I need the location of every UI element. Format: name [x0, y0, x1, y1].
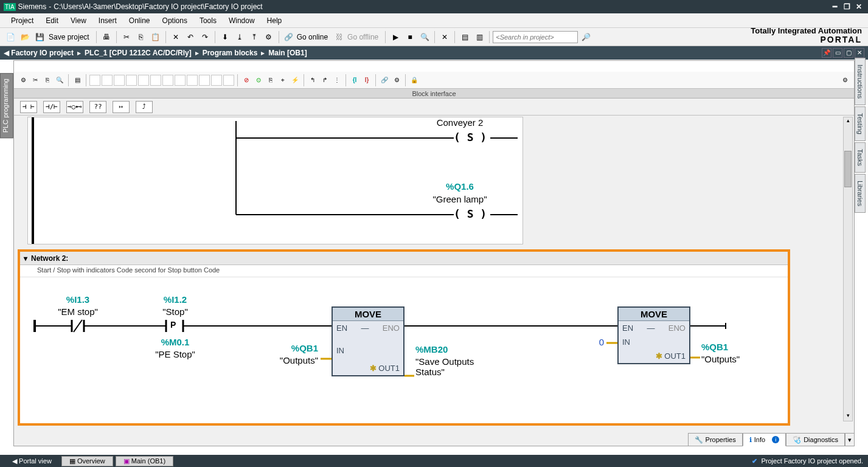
- start-cpu-icon[interactable]: ▶: [389, 30, 402, 44]
- editor-float-icon[interactable]: ▭: [833, 48, 842, 58]
- etb-settings-icon[interactable]: ⚙: [839, 75, 850, 86]
- in1-addr[interactable]: %I1.3: [47, 294, 108, 305]
- move1-in-tag[interactable]: "Outputs": [263, 355, 318, 365]
- lad-branch[interactable]: ↦: [113, 101, 130, 113]
- go-offline-icon[interactable]: ⛓: [333, 30, 346, 44]
- menu-help[interactable]: Help: [261, 15, 288, 26]
- save-label[interactable]: Save project: [47, 33, 93, 41]
- etb-icon-17[interactable]: [223, 75, 234, 86]
- go-online-label[interactable]: Go online: [297, 33, 332, 41]
- lad-coil[interactable]: ⊸○⊷: [66, 101, 83, 113]
- lad-nc-contact[interactable]: ⊣/⊢: [43, 101, 60, 113]
- etb-icon-16[interactable]: [211, 75, 222, 86]
- in2-addr[interactable]: %I1.2: [145, 294, 206, 305]
- prop-collapse[interactable]: ▾: [845, 433, 855, 446]
- vertical-scrollbar[interactable]: ▴ ▾: [843, 117, 853, 421]
- accessible-devices-icon[interactable]: 🔍: [418, 30, 431, 44]
- bc-nav-left-icon[interactable]: ◀: [4, 49, 9, 57]
- lad-empty-box[interactable]: ??: [89, 101, 106, 113]
- tab-libraries[interactable]: Libraries: [855, 174, 866, 213]
- net2-title[interactable]: Network 2:: [31, 254, 68, 263]
- close-button[interactable]: ✕: [853, 2, 864, 11]
- etb-icon-29[interactable]: ⚙: [391, 75, 402, 86]
- etb-icon-25[interactable]: ⋮: [332, 75, 342, 86]
- lad-branch-close[interactable]: ⤴: [136, 101, 153, 113]
- editor-close-icon[interactable]: ✕: [855, 48, 864, 58]
- split-v-icon[interactable]: ▥: [473, 30, 486, 44]
- menu-window[interactable]: Window: [223, 15, 261, 26]
- move2-in-val[interactable]: 0: [592, 337, 604, 347]
- open-project-icon[interactable]: 📂: [18, 30, 32, 44]
- download-icon[interactable]: ⤓: [233, 30, 246, 44]
- cut-icon[interactable]: ✂: [120, 30, 133, 44]
- move-box-2[interactable]: MOVE EN—ENO IN ✱ OUT1: [617, 306, 690, 364]
- etb-monitor-off-icon[interactable]: I}: [361, 75, 372, 86]
- etb-icon-24[interactable]: ↱: [319, 75, 330, 86]
- bc-plc[interactable]: PLC_1 [CPU 1212C AC/DC/Rly]: [85, 49, 192, 57]
- tab-properties[interactable]: 🔧Properties: [688, 433, 743, 446]
- tab-tasks[interactable]: Tasks: [855, 142, 866, 173]
- network-2[interactable]: ▾ Network 2: Start / Stop with indicator…: [18, 249, 790, 426]
- in1-tag[interactable]: "EM stop": [47, 306, 108, 317]
- move2-out-tag[interactable]: "Outputs": [701, 354, 762, 364]
- portal-view-button[interactable]: ◀ Portal view: [5, 457, 59, 466]
- etb-icon-1[interactable]: ⚙: [18, 75, 29, 86]
- upload-icon[interactable]: ⤒: [248, 30, 261, 44]
- compile-icon[interactable]: ⬇: [218, 30, 232, 44]
- in2-tag[interactable]: "Stop": [145, 306, 206, 317]
- etb-icon-5[interactable]: ▤: [72, 75, 83, 86]
- etb-icon-14[interactable]: [187, 75, 198, 86]
- bc-blocks[interactable]: Program blocks: [203, 49, 258, 57]
- addr-q1-6[interactable]: %Q1.6: [405, 181, 515, 192]
- coil-s-2[interactable]: ( S ): [454, 207, 487, 220]
- delete-icon[interactable]: ✕: [169, 30, 182, 44]
- move1-out-tag[interactable]: "Save Outputs Status": [415, 356, 501, 377]
- etb-icon-12[interactable]: [162, 75, 173, 86]
- side-tab-plc-programming[interactable]: PLC programming: [0, 73, 13, 138]
- etb-icon-11[interactable]: [150, 75, 161, 86]
- menu-edit[interactable]: Edit: [40, 15, 64, 26]
- menu-project[interactable]: Project: [5, 15, 40, 26]
- editor-max-icon[interactable]: ▢: [844, 48, 853, 58]
- restore-button[interactable]: ❐: [841, 2, 852, 11]
- etb-icon-10[interactable]: [138, 75, 149, 86]
- etb-icon-20[interactable]: ⎘: [265, 75, 276, 86]
- menu-tools[interactable]: Tools: [193, 15, 223, 26]
- etb-icon-19[interactable]: ⊙: [253, 75, 264, 86]
- move-box-1[interactable]: MOVE EN—ENO IN ✱ OUT1: [332, 306, 404, 376]
- etb-icon-18[interactable]: ⊘: [241, 75, 252, 86]
- tag-green-lamp[interactable]: "Green lamp": [405, 194, 515, 204]
- etb-icon-2[interactable]: ✂: [30, 75, 41, 86]
- cross-ref-icon[interactable]: ✕: [438, 30, 451, 44]
- etb-icon-30[interactable]: 🔒: [409, 75, 420, 86]
- paste-icon[interactable]: 📋: [149, 30, 162, 44]
- mem-addr[interactable]: %M0.1: [145, 337, 206, 347]
- tab-instructions[interactable]: Instructions: [855, 58, 866, 105]
- stop-cpu-icon[interactable]: ■: [403, 30, 417, 44]
- menu-options[interactable]: Options: [156, 15, 193, 26]
- overview-tab[interactable]: ▦ Overview: [61, 456, 113, 466]
- new-project-icon[interactable]: 📄: [4, 30, 17, 44]
- etb-icon-22[interactable]: ⚡: [290, 75, 300, 86]
- ladder-canvas[interactable]: Conveyer 2 ( S ) %Q1.6 "Green lamp" ( S …: [14, 116, 854, 446]
- etb-icon-3[interactable]: ⎘: [42, 75, 53, 86]
- mem-tag[interactable]: "PE Stop": [145, 349, 206, 359]
- search-input[interactable]: [493, 31, 578, 43]
- undo-icon[interactable]: ↶: [184, 30, 197, 44]
- etb-monitor-on-icon[interactable]: {I: [349, 75, 360, 86]
- tab-diagnostics[interactable]: 🩺Diagnostics: [786, 433, 845, 446]
- net2-description[interactable]: Start / Stop with indicators Code second…: [20, 265, 788, 277]
- network-1-partial[interactable]: Conveyer 2 ( S ) %Q1.6 "Green lamp" ( S …: [27, 117, 523, 244]
- hw-detect-icon[interactable]: ⚙: [262, 30, 276, 44]
- menu-view[interactable]: View: [64, 15, 92, 26]
- bc-project[interactable]: Factory IO project: [11, 49, 74, 57]
- etb-icon-8[interactable]: [114, 75, 125, 86]
- net2-collapse-icon[interactable]: ▾: [24, 254, 27, 263]
- lad-no-contact[interactable]: ⊣ ⊢: [20, 101, 37, 113]
- move1-in-addr[interactable]: %QB1: [263, 343, 318, 353]
- etb-icon-21[interactable]: ⌖: [277, 75, 288, 86]
- etb-icon-13[interactable]: [175, 75, 186, 86]
- move1-out-addr[interactable]: %MB20: [415, 344, 501, 355]
- main-ob1-tab[interactable]: ▣ Main (OB1): [116, 456, 173, 466]
- tab-testing[interactable]: Testing: [855, 106, 866, 141]
